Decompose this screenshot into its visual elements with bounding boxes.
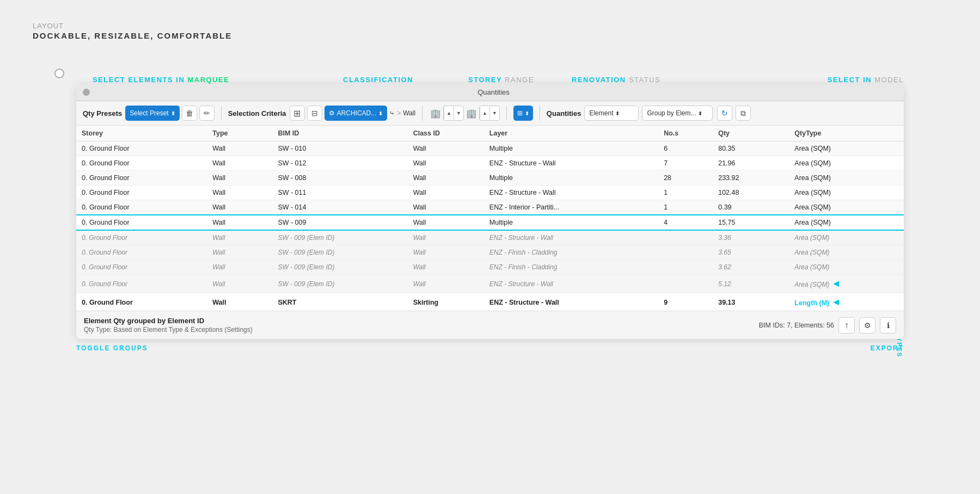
cell-qtytype: Area (SQM) (789, 141, 904, 156)
data-table: Storey Type BIM ID Class ID Layer No.s Q… (76, 126, 904, 311)
preset-select[interactable]: Select Preset ⬍ (125, 106, 179, 121)
cell-qty: 233.92 (713, 171, 789, 186)
export-button[interactable]: ↑ (838, 317, 855, 334)
radio-btn[interactable] (54, 69, 64, 78)
cell-nos: 28 (658, 171, 713, 186)
element-type-select[interactable]: Element ⬍ (584, 106, 639, 121)
cell-type: Wall (207, 245, 272, 260)
cell-classid: Wall (408, 230, 484, 245)
cell-layer: ENZ - Structure - Wall (484, 293, 658, 311)
edit-preset-button[interactable]: ✏ (199, 106, 215, 121)
table-row[interactable]: 0. Ground FloorWallSW - 009WallMultiple4… (76, 215, 904, 230)
storey-range-group: 🏢 ▲ ▼ 🏢 ▲ ▼ (429, 106, 500, 121)
separator-3 (506, 106, 507, 121)
preset-select-value: Select Preset (130, 109, 168, 117)
table-row[interactable]: 0. Ground FloorWallSW - 011WallENZ - Str… (76, 186, 904, 200)
storey-from-stepper[interactable]: ▲ ▼ (443, 106, 464, 121)
storey-to-stepper[interactable]: ▲ ▼ (479, 106, 500, 121)
cell-bimid: SW - 009 (Elem ID) (272, 260, 407, 275)
cell-classid: Wall (408, 156, 484, 171)
separator-1 (221, 106, 222, 121)
group-by-select[interactable]: Group by Elem... ⬍ (642, 106, 713, 121)
quantities-label: Quantities (547, 109, 581, 118)
storey-from-up[interactable]: ▲ (444, 106, 454, 120)
cell-storey: 0. Ground Floor (76, 230, 207, 245)
cell-storey: 0. Ground Floor (76, 200, 207, 215)
qty-presets-label: Qty Presets (83, 109, 122, 118)
cell-qty: 3.36 (713, 230, 789, 245)
storey-from-down[interactable]: ▼ (454, 106, 463, 120)
table-row[interactable]: 0. Ground FloorWallSW - 009 (Elem ID)Wal… (76, 260, 904, 275)
cell-storey: 0. Ground Floor (76, 215, 207, 230)
footer-stats: BIM IDs: 7, Elements: 56 (759, 322, 834, 329)
panel-footer: Element Qty grouped by Element ID Qty Ty… (76, 311, 904, 339)
footer-title: Element Qty grouped by Element ID (84, 317, 253, 325)
delete-preset-button[interactable]: 🗑 (182, 106, 197, 121)
cell-layer: ENZ - Structure - Wall (484, 275, 658, 293)
renovation-annotation: RENOVATION STATUS (572, 76, 660, 84)
cell-type: Wall (207, 186, 272, 200)
cell-qty: 3.62 (713, 260, 789, 275)
storey-to-icon: 🏢 (465, 106, 478, 121)
cell-qty: 15.75 (713, 215, 789, 230)
path-display: ⤷ > Wall (389, 109, 415, 117)
cell-storey: 0. Ground Floor (76, 186, 207, 200)
selection-criteria-label: Selection Criteria (228, 109, 286, 118)
settings-button[interactable]: ⚙ (859, 317, 875, 334)
selection-criteria-group: ⊞ ⊟ ⚙ ARCHICAD... ⬍ ⤷ > Wall (290, 106, 416, 121)
cell-bimid: SW - 009 (272, 215, 407, 230)
cell-qtytype: Area (SQM) (789, 245, 904, 260)
col-classid: Class ID (408, 126, 484, 141)
storey-to-down[interactable]: ▼ (489, 106, 499, 120)
cell-nos: 6 (658, 141, 713, 156)
select-all-icon[interactable]: ⊟ (307, 106, 322, 121)
classification-select[interactable]: ⚙ ARCHICAD... ⬍ (324, 106, 388, 121)
table-row[interactable]: 0. Ground FloorWallSW - 009 (Elem ID)Wal… (76, 275, 904, 293)
table-row[interactable]: 0. Ground FloorWallSW - 009 (Elem ID)Wal… (76, 230, 904, 245)
cell-layer: Multiple (484, 215, 658, 230)
cell-qty: 3.65 (713, 245, 789, 260)
refresh-button[interactable]: ↻ (717, 106, 732, 121)
cell-qtytype: Area (SQM) (789, 156, 904, 171)
cell-layer: Multiple (484, 141, 658, 156)
classification-annotation: CLASSIFICATION (343, 76, 413, 84)
cell-bimid: SW - 012 (272, 156, 407, 171)
cell-classid: Wall (408, 171, 484, 186)
cell-storey: 0. Ground Floor (76, 141, 207, 156)
table-row[interactable]: 0. Ground FloorWallSW - 012WallENZ - Str… (76, 156, 904, 171)
cell-layer: Multiple (484, 171, 658, 186)
marquee-select-icon[interactable]: ⊞ (290, 106, 305, 121)
select-in-model-annotation: SELECT IN MODEL (828, 76, 904, 84)
cell-qtytype: Area (SQM) (789, 260, 904, 275)
renovation-status-select[interactable]: ⊞ ⬍ (513, 106, 533, 121)
cell-qtytype: Area (SQM) (789, 186, 904, 200)
table-row[interactable]: 0. Ground FloorWallSW - 008WallMultiple2… (76, 171, 904, 186)
cell-nos (658, 260, 713, 275)
cell-layer: ENZ - Structure - Wall (484, 230, 658, 245)
cell-nos: 1 (658, 200, 713, 215)
cell-type: Wall (207, 200, 272, 215)
cell-qty: 80.35 (713, 141, 789, 156)
table-row[interactable]: 0. Ground FloorWallSKRTSkirtingENZ - Str… (76, 293, 904, 311)
col-qty: Qty (713, 126, 789, 141)
table-row[interactable]: 0. Ground FloorWallSW - 014WallENZ - Int… (76, 200, 904, 215)
table-row[interactable]: 0. Ground FloorWallSW - 010WallMultiple6… (76, 141, 904, 156)
path-value: Wall (403, 109, 415, 117)
table-row[interactable]: 0. Ground FloorWallSW - 009 (Elem ID)Wal… (76, 245, 904, 260)
layout-subtitle: DOCKABLE, RESIZABLE, COMFORTABLE (33, 31, 947, 40)
col-storey: Storey (76, 126, 207, 141)
cell-classid: Wall (408, 200, 484, 215)
storey-to-up[interactable]: ▲ (480, 106, 489, 120)
cell-qty: 102.48 (713, 186, 789, 200)
cell-type: Wall (207, 230, 272, 245)
path-icon: ⤷ (389, 109, 395, 117)
cell-storey: 0. Ground Floor (76, 293, 207, 311)
cell-nos: 1 (658, 186, 713, 200)
separator: > (397, 109, 401, 117)
select-in-model-button[interactable]: ⧉ (736, 106, 751, 121)
info-button[interactable]: ℹ (880, 317, 896, 334)
cell-qty: 39.13 (713, 293, 789, 311)
cell-nos (658, 275, 713, 293)
cell-type: Wall (207, 275, 272, 293)
cell-bimid: SW - 009 (Elem ID) (272, 230, 407, 245)
